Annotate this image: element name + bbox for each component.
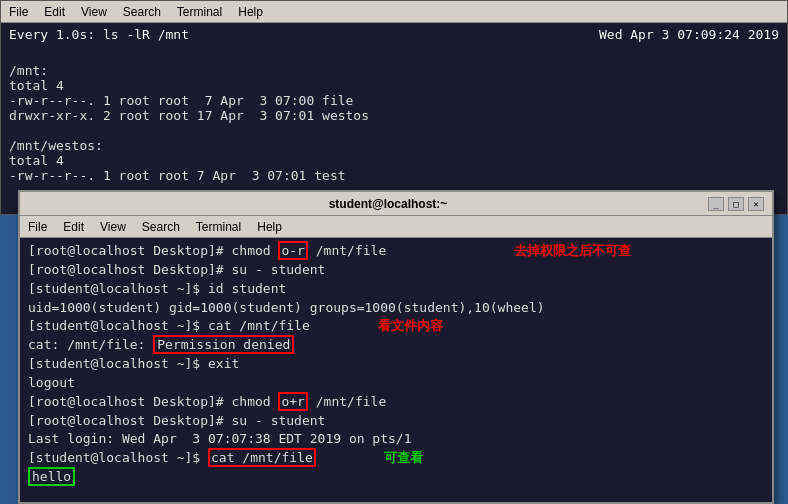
menu-edit[interactable]: Edit — [44, 5, 65, 19]
terminal-line — [9, 48, 779, 63]
window-controls: _ □ ✕ — [708, 197, 764, 211]
top-terminal-content: Every 1.0s: ls -lR /mnt Wed Apr 3 07:09:… — [1, 23, 787, 214]
terminal-line: /mnt/westos: — [9, 138, 779, 153]
bottom-terminal-content: [root@localhost Desktop]# chmod o-r /mnt… — [20, 238, 772, 502]
bottom-menubar: File Edit View Search Terminal Help — [20, 216, 772, 238]
menu-terminal2[interactable]: Terminal — [196, 220, 241, 234]
bottom-terminal-title: student@localhost:~ — [329, 197, 448, 211]
bottom-titlebar: student@localhost:~ _ □ ✕ — [20, 192, 772, 216]
terminal-line: [student@localhost ~]$ cat /mnt/file 可查看 — [28, 449, 764, 468]
chmod-opr-highlight: o+r — [278, 392, 307, 411]
terminal-line: Last login: Wed Apr 3 07:07:38 EDT 2019 … — [28, 430, 764, 449]
annotation-can-see: 可查看 — [384, 450, 423, 465]
menu-search[interactable]: Search — [123, 5, 161, 19]
chmod-or-highlight: o-r — [278, 241, 307, 260]
terminal-line: [root@localhost Desktop]# chmod o+r /mnt… — [28, 393, 764, 412]
terminal-line: [student@localhost ~]$ exit — [28, 355, 764, 374]
terminal-line: [root@localhost Desktop]# su - student — [28, 412, 764, 431]
bottom-terminal: student@localhost:~ _ □ ✕ File Edit View… — [18, 190, 774, 504]
terminal-line: total 4 — [9, 78, 779, 93]
top-menubar: File Edit View Search Terminal Help — [1, 1, 787, 23]
terminal-line: [student@localhost ~]$ cat /mnt/file 看文件… — [28, 317, 764, 336]
terminal-line: [root@localhost Desktop]# chmod o-r /mnt… — [28, 242, 764, 261]
terminal-line: hello — [28, 468, 764, 487]
maximize-button[interactable]: □ — [728, 197, 744, 211]
permission-denied-highlight: Permission denied — [153, 335, 294, 354]
minimize-button[interactable]: _ — [708, 197, 724, 211]
annotation-see-content: 看文件内容 — [378, 318, 443, 333]
hello-highlight: hello — [28, 467, 75, 486]
menu-terminal[interactable]: Terminal — [177, 5, 222, 19]
menu-search2[interactable]: Search — [142, 220, 180, 234]
terminal-line: uid=1000(student) gid=1000(student) grou… — [28, 299, 764, 318]
menu-file2[interactable]: File — [28, 220, 47, 234]
terminal-line — [9, 123, 779, 138]
close-button[interactable]: ✕ — [748, 197, 764, 211]
terminal-line: total 4 — [9, 153, 779, 168]
terminal-line: logout — [28, 374, 764, 393]
menu-view[interactable]: View — [81, 5, 107, 19]
top-terminal: File Edit View Search Terminal Help Ever… — [0, 0, 788, 215]
menu-edit2[interactable]: Edit — [63, 220, 84, 234]
annotation-no-permission: 去掉权限之后不可查 — [514, 243, 631, 258]
terminal-line: -rw-r--r--. 1 root root 7 Apr 3 07:01 te… — [9, 168, 779, 183]
terminal-line: cat: /mnt/file: Permission denied — [28, 336, 764, 355]
terminal-line: -rw-r--r--. 1 root root 7 Apr 3 07:00 fi… — [9, 93, 779, 108]
menu-view2[interactable]: View — [100, 220, 126, 234]
watch-header: Every 1.0s: ls -lR /mnt Wed Apr 3 07:09:… — [9, 27, 779, 42]
terminal-line: /mnt: — [9, 63, 779, 78]
menu-help2[interactable]: Help — [257, 220, 282, 234]
cat-mnt-file-highlight: cat /mnt/file — [208, 448, 316, 467]
terminal-line: [student@localhost ~]$ id student — [28, 280, 764, 299]
menu-help[interactable]: Help — [238, 5, 263, 19]
watch-timestamp: Wed Apr 3 07:09:24 2019 — [599, 27, 779, 42]
menu-file[interactable]: File — [9, 5, 28, 19]
watch-command: Every 1.0s: ls -lR /mnt — [9, 27, 189, 42]
terminal-line: drwxr-xr-x. 2 root root 17 Apr 3 07:01 w… — [9, 108, 779, 123]
terminal-line: [root@localhost Desktop]# su - student — [28, 261, 764, 280]
